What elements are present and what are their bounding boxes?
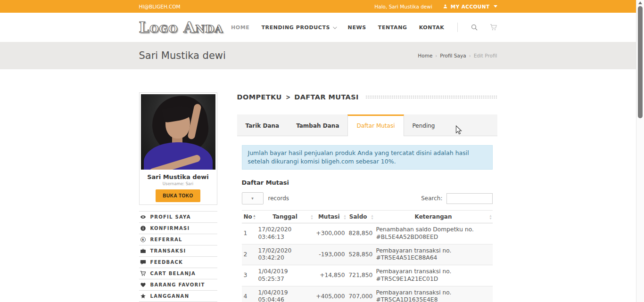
section-heading-primary: DOMPETKU <box>237 93 282 101</box>
sidebar-item-label: BARANG FAVORIT <box>150 282 205 287</box>
page-title: Sari Mustika dewi <box>139 50 226 61</box>
cell-mutasi: +14,850 <box>314 265 347 286</box>
sidebar-item-label: LANGGANAN <box>150 294 190 299</box>
column-header-keterangan[interactable]: Keterangan <box>374 211 493 223</box>
profile-photo <box>141 94 215 170</box>
profile-name: Sari Mustika dewi <box>141 173 215 180</box>
scrollbar-thumb[interactable] <box>638 6 643 118</box>
cell-no: 4 <box>242 286 256 302</box>
sidebar: Sari Mustika dewi Username: Sari BUKA TO… <box>139 92 217 302</box>
sidebar-item-langganan[interactable]: LANGGANAN <box>139 291 217 302</box>
sidebar-item-profil-saya[interactable]: PROFIL SAYA <box>139 212 217 223</box>
sidebar-item-konfirmasi[interactable]: KONFIRMASI <box>139 223 217 234</box>
chevron-right-icon: > <box>286 93 290 101</box>
user-icon <box>443 4 448 9</box>
cell-mutasi: -193,000 <box>314 244 347 265</box>
breadcrumb-home[interactable]: Home <box>418 53 432 58</box>
table-row: 2 17/02/2020 03:42:20 -193,000 528,850 P… <box>242 244 493 265</box>
cell-tanggal: 1/04/2019 05:04:46 <box>256 286 314 302</box>
nav-item-news[interactable]: NEWS <box>348 24 366 31</box>
cell-no: 3 <box>242 265 256 286</box>
main-nav: HOME TRENDING PRODUCTS NEWS TENTANG KONT… <box>231 23 497 32</box>
nav-divider <box>457 23 458 32</box>
sidebar-item-label: KONFIRMASI <box>150 226 190 231</box>
breadcrumb-separator <box>432 53 440 58</box>
registered-icon: R <box>140 237 146 243</box>
tab-bar: Tarik Dana Tambah Dana Daftar Mutasi Pen… <box>237 114 497 136</box>
tab-pending[interactable]: Pending <box>404 114 444 136</box>
main-panel: DOMPETKU > DAFTAR MUTASI Tarik Dana Tamb… <box>237 92 497 302</box>
sidebar-item-transaksi[interactable]: TRANSAKSI <box>139 245 217 257</box>
site-logo[interactable]: Logo Anda <box>139 19 223 36</box>
column-header-tanggal[interactable]: Tanggal <box>256 211 314 223</box>
cell-tanggal: 1/04/2019 05:25:37 <box>256 265 314 286</box>
sidebar-item-barang-favorit[interactable]: BARANG FAVORIT <box>139 279 217 291</box>
svg-text:R: R <box>141 238 144 241</box>
nav-item-tentang[interactable]: TENTANG <box>378 24 407 31</box>
sidebar-item-referral[interactable]: R REFERRAL <box>139 234 217 245</box>
tab-tambah-dana[interactable]: Tambah Dana <box>288 114 347 136</box>
cell-keterangan: Pembayaran transaksi no. #TR5CA1D1635E4E… <box>374 286 493 302</box>
scroll-up-arrow-icon[interactable] <box>638 1 642 4</box>
table-header-row: No Tanggal Mutasi Saldo Keterangan <box>242 211 493 223</box>
breadcrumb-profil-saya[interactable]: Profil Saya <box>440 53 466 58</box>
sort-icon <box>253 214 255 220</box>
my-account-menu[interactable]: MY ACCOUNT <box>443 4 497 9</box>
dotted-divider <box>365 95 497 99</box>
section-heading-secondary: DAFTAR MUTASI <box>294 93 359 101</box>
scrollbar[interactable] <box>636 0 644 302</box>
search-label: Search: <box>421 195 442 202</box>
nav-item-trending-products[interactable]: TRENDING PRODUCTS <box>261 24 336 31</box>
cell-mutasi: +300,000 <box>314 223 347 244</box>
table-row: 3 1/04/2019 05:25:37 +14,850 721,850 Pem… <box>242 265 493 286</box>
table-row: 4 1/04/2019 05:04:46 +405,000 707,000 Pe… <box>242 286 493 302</box>
briefcase-icon <box>140 248 146 254</box>
cell-saldo: 528,850 <box>347 244 374 265</box>
buka-toko-button[interactable]: BUKA TOKO <box>156 189 200 202</box>
breadcrumb-edit-profil[interactable]: Edit Profil <box>474 53 497 58</box>
page-banner: Sari Mustika dewi Home Profil Saya Edit … <box>0 42 636 69</box>
sidebar-item-label: TRANSAKSI <box>150 248 186 253</box>
eye-icon <box>140 214 146 220</box>
sidebar-item-cart-belanja[interactable]: CART BELANJA <box>139 268 217 279</box>
content-area: Sari Mustika dewi Username: Sari BUKA TO… <box>139 69 497 302</box>
column-header-saldo[interactable]: Saldo <box>347 211 374 223</box>
commission-notice: Jumlah bayar hasil penjualan produk Anda… <box>242 145 493 170</box>
breadcrumb-separator <box>466 53 474 58</box>
cell-saldo: 721,850 <box>347 265 374 286</box>
nav-item-trending-products-label: TRENDING PRODUCTS <box>261 24 330 31</box>
sidebar-item-feedback[interactable]: FEEDBACK <box>139 257 217 268</box>
tab-daftar-mutasi[interactable]: Daftar Mutasi <box>347 114 404 136</box>
cart-icon <box>140 270 146 277</box>
column-header-mutasi[interactable]: Mutasi <box>314 211 347 223</box>
sort-icon <box>371 214 373 220</box>
profile-username: Username: Sari <box>141 181 215 186</box>
records-per-page-select[interactable] <box>242 192 264 204</box>
sidebar-item-label: REFERRAL <box>150 237 182 242</box>
column-header-no[interactable]: No <box>242 211 256 223</box>
cell-keterangan: Penambahan saldo Dompetku no. #BL5E4A52B… <box>374 223 493 244</box>
topbar-email-link[interactable]: HI@BLIGEH.COM <box>139 4 181 9</box>
cell-no: 2 <box>242 244 256 265</box>
my-account-label: MY ACCOUNT <box>451 4 490 9</box>
search-input[interactable] <box>446 193 493 204</box>
heart-icon <box>140 282 146 288</box>
table-row: 1 17/02/2020 03:46:13 +300,000 828,850 P… <box>242 223 493 244</box>
topbar-greeting: Halo, Sari Mustika dewi <box>374 4 432 9</box>
cell-keterangan: Pembayaran transaksi no. #TR5E4A51EC88A6… <box>374 244 493 265</box>
sidebar-item-label: CART BELANJA <box>150 271 196 276</box>
tab-tarik-dana[interactable]: Tarik Dana <box>237 114 288 136</box>
sidebar-item-label: PROFIL SAYA <box>150 214 191 220</box>
page-viewport: HI@BLIGEH.COM Halo, Sari Mustika dewi MY… <box>0 0 636 302</box>
sort-icon <box>489 214 491 220</box>
star-icon <box>140 293 146 299</box>
cart-icon[interactable] <box>490 24 497 31</box>
cell-saldo: 707,000 <box>347 286 374 302</box>
topbar: HI@BLIGEH.COM Halo, Sari Mustika dewi MY… <box>0 0 636 13</box>
breadcrumb: Home Profil Saya Edit Profil <box>418 53 497 58</box>
sidebar-menu: PROFIL SAYA KONFIRMASI R REFERRAL TRANSA… <box>139 211 217 302</box>
search-icon[interactable] <box>471 24 478 31</box>
nav-item-kontak[interactable]: KONTAK <box>419 24 445 31</box>
chevron-down-icon <box>494 5 497 8</box>
nav-item-home[interactable]: HOME <box>231 24 249 31</box>
